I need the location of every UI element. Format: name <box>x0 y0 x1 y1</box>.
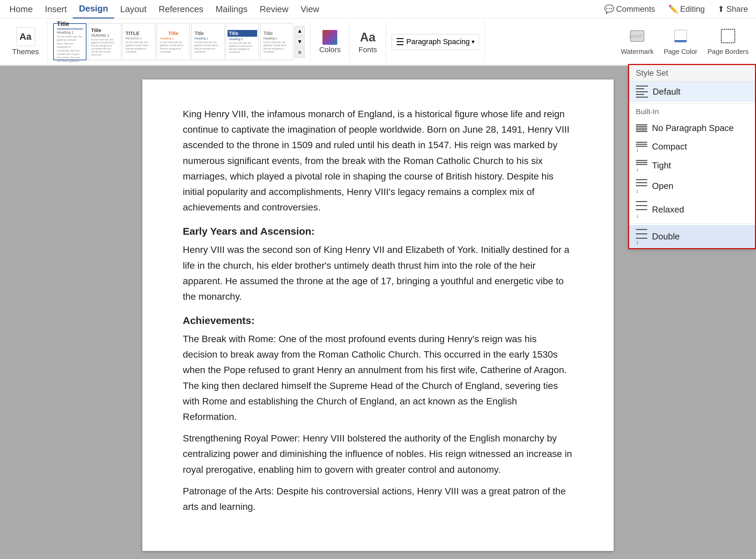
paragraph-2: Henry VIII was the second son of King He… <box>183 242 573 305</box>
svg-text:DRAFT: DRAFT <box>629 34 645 39</box>
comments-label: Comments <box>616 4 655 14</box>
fonts-label: Fonts <box>359 45 377 54</box>
dropdown-item-tight[interactable]: ↓ Tight <box>629 156 755 175</box>
paragraph-spacing-button[interactable]: ☰ Paragraph Spacing ▾ <box>391 34 479 50</box>
paragraph-4: Strengthening Royal Power: Henry VIII bo… <box>183 431 573 477</box>
ribbon: Home Insert Design Layout References Mai… <box>0 0 756 66</box>
page-borders-icon <box>720 28 736 47</box>
themes-icon: Aa <box>16 27 35 46</box>
dropdown-header: Style Set <box>629 65 755 82</box>
colors-icon <box>322 29 338 45</box>
document-page: King Henry VIII, the infamous monarch of… <box>142 80 614 551</box>
themes-label: Themes <box>12 47 39 56</box>
heading-2: Achievements: <box>183 313 573 329</box>
tab-insert[interactable]: Insert <box>39 0 73 19</box>
colors-section: Colors <box>310 21 350 63</box>
page-color-label: Page Color <box>664 48 697 55</box>
ribbon-tabs: Home Insert Design Layout References Mai… <box>0 0 756 19</box>
page-borders-button[interactable]: Page Borders <box>704 26 753 58</box>
ribbon-right-buttons: DRAFT Watermark Page Color <box>617 21 753 63</box>
share-button[interactable]: ⬆ Share <box>713 2 753 16</box>
dropdown-item-compact[interactable]: ↓ Compact <box>629 137 755 156</box>
paragraph-3: The Break with Rome: One of the most pro… <box>183 331 573 425</box>
dropdown-item-double[interactable]: ↓ Double <box>629 225 755 248</box>
built-in-label: Built-In <box>629 105 755 119</box>
paragraph-spacing-section: ☰ Paragraph Spacing ▾ <box>386 21 485 63</box>
styles-more-button[interactable]: ≡ <box>295 47 305 58</box>
page-color-button[interactable]: Page Color <box>660 26 702 58</box>
relaxed-icon: ↓ <box>636 201 647 218</box>
styles-next-button[interactable]: ▼ <box>295 37 305 47</box>
styles-section: Title Heading 1 On the Insert tab, the g… <box>48 21 310 63</box>
tab-layout[interactable]: Layout <box>114 0 153 19</box>
style-thumb-7[interactable]: Title Heading 2 On the Insert tab, the g… <box>260 23 293 60</box>
style-thumb-4[interactable]: Title Heading 1 On the Insert tab, the g… <box>157 23 190 60</box>
page-color-icon <box>672 28 689 47</box>
tab-review[interactable]: Review <box>254 0 295 19</box>
svg-rect-3 <box>674 40 687 42</box>
style-thumb-5[interactable]: Title Heading 1 On the Insert tab, the g… <box>191 23 224 60</box>
default-spacing-icon <box>636 86 648 98</box>
style-thumb-2[interactable]: Title HEADING 1 On the Insert tab, the g… <box>88 23 121 60</box>
tight-label: Tight <box>652 160 671 171</box>
styles-nav: ▲ ▼ ≡ <box>295 26 305 58</box>
share-label: Share <box>726 4 748 14</box>
double-icon: ↓ <box>636 229 647 244</box>
tab-references[interactable]: References <box>153 0 209 19</box>
color-swatch <box>322 30 337 45</box>
colors-button[interactable]: Colors <box>316 27 344 56</box>
themes-section: Aa Themes <box>3 21 48 63</box>
dropdown-item-open[interactable]: ↓ Open <box>629 175 755 197</box>
tab-mailings[interactable]: Mailings <box>209 0 253 19</box>
open-label: Open <box>652 181 673 191</box>
comments-button[interactable]: 💬 Comments <box>599 2 660 16</box>
dropdown-item-relaxed[interactable]: ↓ Relaxed <box>629 197 755 222</box>
paragraph-spacing-icon: ☰ <box>396 36 404 47</box>
paragraph-spacing-dropdown: Style Set Default Built-In <box>628 64 756 249</box>
style-thumb-3[interactable]: TITLE READING 1 On the Insert tab, the g… <box>122 23 156 60</box>
compact-icon: ↓ <box>636 142 647 152</box>
dropdown-divider-2 <box>629 223 755 224</box>
no-para-space-label: No Paragraph Space <box>652 123 734 133</box>
paragraph-spacing-chevron: ▾ <box>472 38 475 45</box>
page-borders-label: Page Borders <box>708 48 749 55</box>
heading-1: Early Years and Ascension: <box>183 223 573 240</box>
paragraph-spacing-label: Paragraph Spacing <box>406 37 469 46</box>
styles-prev-button[interactable]: ▲ <box>295 26 305 36</box>
speech-bubble-icon: 💬 <box>604 4 614 14</box>
fonts-button[interactable]: Aa Fonts <box>355 27 380 56</box>
style-thumb-1[interactable]: Title Heading 1 On the Insert tab, the g… <box>53 23 87 60</box>
dropdown-divider-1 <box>629 103 755 104</box>
fonts-icon: Aa <box>360 29 376 45</box>
watermark-button[interactable]: DRAFT Watermark <box>617 26 658 58</box>
editing-label: Editing <box>680 4 705 14</box>
tab-design[interactable]: Design <box>73 0 114 19</box>
tab-home[interactable]: Home <box>3 0 39 19</box>
share-icon: ⬆ <box>718 4 724 14</box>
compact-label: Compact <box>652 141 687 152</box>
ribbon-right-controls: 💬 Comments ✏️ Editing ⬆ Share <box>599 2 753 16</box>
tab-view[interactable]: View <box>295 0 325 19</box>
paragraph-1: King Henry VIII, the infamous monarch of… <box>183 106 573 215</box>
fonts-section: Aa Fonts <box>350 21 386 63</box>
dropdown-item-no-para-space[interactable]: No Paragraph Space <box>629 119 755 137</box>
themes-button[interactable]: Aa Themes <box>9 25 42 58</box>
ribbon-content: Aa Themes Title Heading 1 On the Insert … <box>0 19 756 66</box>
no-para-space-icon <box>636 124 647 132</box>
double-label: Double <box>652 231 680 242</box>
colors-label: Colors <box>319 45 341 54</box>
paragraph-5: Patronage of the Arts: Despite his contr… <box>183 484 573 515</box>
pen-icon: ✏️ <box>668 4 678 14</box>
svg-rect-4 <box>721 29 735 43</box>
style-thumb-6[interactable]: Title Heading 2 On the Insert tab, the g… <box>226 23 259 60</box>
tight-icon: ↓ <box>636 160 647 171</box>
watermark-icon: DRAFT <box>629 28 645 47</box>
watermark-label: Watermark <box>621 48 654 55</box>
default-label: Default <box>653 87 680 97</box>
dropdown-item-default[interactable]: Default <box>629 82 755 102</box>
open-icon: ↓ <box>636 179 647 193</box>
relaxed-label: Relaxed <box>652 204 684 215</box>
editing-button[interactable]: ✏️ Editing <box>663 2 710 16</box>
